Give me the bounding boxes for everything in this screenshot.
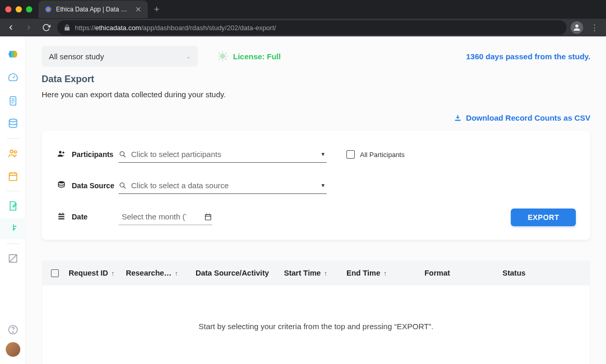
window-controls [5,6,32,12]
shapes-icon [7,253,19,264]
minimize-window-icon[interactable] [16,6,22,12]
browser-tab[interactable]: Ethica Data App | Data Sources ✕ [38,1,148,18]
column-researcher[interactable]: Researche… ↑ [126,269,196,277]
database-icon [7,118,19,129]
license-label: License: Full [233,52,281,61]
svg-point-15 [12,332,13,332]
sort-arrow-icon: ↑ [111,269,115,277]
datasource-select[interactable]: ▼ [119,177,327,194]
sidebar-item-calendar[interactable] [0,166,26,187]
date-input[interactable] [119,212,186,221]
url-text: https://ethicadata.com/app/dashboard/rda… [75,24,276,32]
search-icon [119,181,127,190]
sidebar-item-help[interactable] [0,319,26,340]
svg-point-19 [120,151,124,155]
svg-point-1 [47,8,50,11]
svg-point-16 [220,54,225,59]
svg-rect-28 [62,213,63,214]
sidebar-item-export[interactable] [0,218,26,239]
tab-strip: Ethica Data App | Data Sources ✕ + [0,0,606,19]
calendar-icon [7,171,19,182]
url-bar[interactable]: https://ethicadata.com/app/dashboard/rda… [57,20,566,35]
page-description: Here you can export data collected durin… [42,90,590,99]
search-icon [119,150,127,159]
column-start-time[interactable]: Start Time ↑ [284,269,346,277]
date-row: Date EXPORT [56,209,576,225]
top-bar: All sensor study ⌄ License: Full 1360 da… [42,46,590,67]
brain-logo-icon [7,49,19,61]
table-empty-state: Start by selecting your criteria from th… [42,285,590,364]
tab-title: Ethica Data App | Data Sources [56,6,131,13]
dropdown-caret-icon: ▼ [320,151,326,157]
reload-button[interactable] [40,21,53,34]
svg-point-18 [62,152,65,154]
user-avatar[interactable] [6,342,20,357]
datasource-input[interactable] [131,181,327,190]
svg-point-17 [59,151,61,153]
column-format[interactable]: Format [424,269,502,277]
svg-rect-29 [205,214,211,220]
svg-point-6 [9,119,17,122]
app-shell: All sensor study ⌄ License: Full 1360 da… [0,36,606,364]
export-form-card: Participants ▼ All Participants Data Sou… [42,131,590,240]
main-content: All sensor study ⌄ License: Full 1360 da… [26,36,606,364]
sort-arrow-icon: ↑ [324,269,328,277]
close-tab-icon[interactable]: ✕ [135,5,141,14]
maximize-window-icon[interactable] [26,6,32,12]
column-request-id[interactable]: Request ID ↑ [69,269,126,277]
users-icon [7,148,19,159]
browser-menu-icon[interactable]: ⋮ [587,23,602,33]
download-csv-label: Download Record Counts as CSV [466,113,590,122]
participants-select[interactable]: ▼ [119,146,327,163]
favicon-icon [45,5,52,14]
chevron-down-icon: ⌄ [186,54,190,59]
svg-line-20 [124,155,126,157]
sidebar [0,36,26,364]
svg-rect-26 [58,218,64,219]
date-icon [56,212,68,222]
study-dropdown[interactable]: All sensor study ⌄ [42,46,198,67]
sidebar-divider [7,191,19,191]
sidebar-item-responses[interactable] [0,196,26,216]
sidebar-divider [7,243,19,244]
new-tab-button[interactable]: + [154,4,160,15]
close-window-icon[interactable] [5,6,11,12]
profile-button[interactable] [571,21,583,34]
participants-input[interactable] [131,150,327,159]
svg-rect-25 [58,216,64,217]
all-participants-checkbox[interactable] [346,150,355,159]
select-all-checkbox[interactable] [51,269,59,277]
participants-label: Participants [72,150,119,159]
svg-rect-9 [9,173,17,181]
back-button[interactable] [4,21,18,34]
forward-button[interactable] [22,21,35,34]
sidebar-item-logo[interactable] [0,45,26,66]
sidebar-item-participants[interactable] [0,143,26,164]
edit-document-icon [7,200,19,212]
sidebar-item-datasources[interactable] [0,113,26,134]
svg-rect-27 [59,213,60,214]
svg-point-8 [14,151,17,153]
export-icon [7,223,19,235]
sidebar-item-cohorts[interactable] [0,248,26,269]
date-select[interactable] [119,209,212,225]
browser-chrome: Ethica Data App | Data Sources ✕ + https… [0,0,606,36]
column-end-time[interactable]: End Time ↑ [346,269,424,277]
all-participants-label: All Participants [360,151,405,159]
export-table: Request ID ↑ Researche… ↑ Data Source/Ac… [42,261,590,364]
column-data-source[interactable]: Data Source/Activity [196,269,284,277]
download-icon [454,114,462,122]
help-icon [7,324,19,335]
sidebar-item-dashboard[interactable] [0,68,26,88]
column-status[interactable]: Status [502,269,555,277]
download-csv-link[interactable]: Download Record Counts as CSV [454,113,590,122]
datasource-row: Data Source ▼ [56,177,576,194]
sidebar-item-surveys[interactable] [0,90,26,111]
export-button[interactable]: EXPORT [511,209,576,226]
svg-point-22 [120,183,124,187]
document-icon [7,95,19,107]
calendar-picker-icon[interactable] [204,213,212,221]
page-title: Data Export [42,74,590,85]
participants-icon [56,149,68,160]
date-label: Date [72,213,119,221]
